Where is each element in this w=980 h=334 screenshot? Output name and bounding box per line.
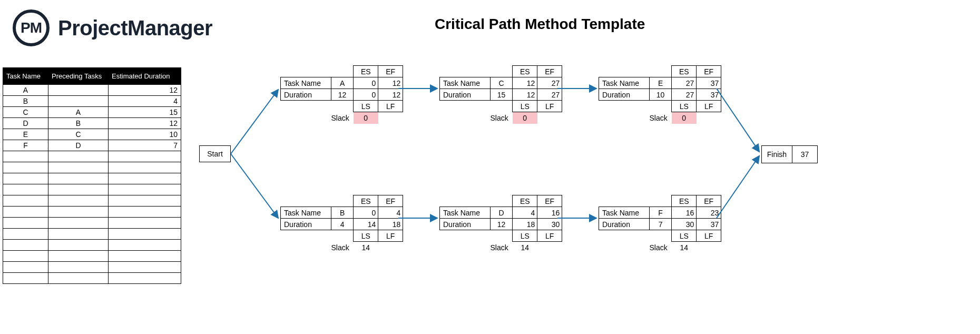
- ef-value: 4: [378, 207, 403, 219]
- slack-value: 14: [672, 242, 697, 253]
- ls-header: LS: [354, 230, 378, 242]
- ls-value: 0: [354, 89, 378, 101]
- table-row: [3, 162, 181, 173]
- es-header: ES: [513, 195, 537, 207]
- ef-value: 16: [537, 207, 562, 219]
- col-preceding: Preceding Tasks: [48, 68, 109, 85]
- table-row: [3, 195, 181, 207]
- es-header: ES: [513, 66, 537, 77]
- ls-header: LS: [672, 230, 697, 242]
- ef-header: EF: [697, 195, 721, 207]
- task-id: B: [331, 207, 354, 219]
- ef-header: EF: [378, 66, 403, 77]
- finish-label: Finish: [762, 146, 792, 163]
- page-title: Critical Path Method Template: [435, 16, 645, 33]
- table-row: FD7: [3, 140, 181, 151]
- table-row: [3, 251, 181, 262]
- lf-header: LF: [537, 230, 562, 242]
- svg-line-7: [717, 89, 759, 152]
- lf-value: 27: [537, 89, 562, 101]
- task-id: D: [491, 207, 513, 219]
- table-row: A12: [3, 85, 181, 96]
- es-value: 0: [354, 77, 378, 89]
- duration-value: 4: [331, 219, 354, 230]
- task-id: C: [491, 77, 513, 89]
- brand-name: ProjectManager: [58, 16, 212, 40]
- lf-header: LF: [378, 101, 403, 112]
- lf-value: 37: [697, 219, 721, 230]
- duration-value: 10: [650, 89, 672, 101]
- ls-header: LS: [672, 101, 697, 112]
- es-value: 16: [672, 207, 697, 219]
- ef-value: 37: [697, 77, 721, 89]
- start-node: Start: [199, 145, 231, 162]
- lf-header: LF: [697, 101, 721, 112]
- slack-label: Slack: [650, 112, 672, 124]
- lf-value: 12: [378, 89, 403, 101]
- slack-label: Slack: [331, 112, 354, 124]
- ef-value: 12: [378, 77, 403, 89]
- table-row: CA15: [3, 107, 181, 118]
- ef-value: 27: [537, 77, 562, 89]
- table-row: [3, 207, 181, 218]
- ef-header: EF: [537, 195, 562, 207]
- task-name-label: Task Name: [440, 207, 491, 219]
- slack-value: 14: [354, 242, 378, 253]
- lf-value: 18: [378, 219, 403, 230]
- task-id: E: [650, 77, 672, 89]
- ls-header: LS: [354, 101, 378, 112]
- task-name-label: Task Name: [599, 77, 650, 89]
- duration-label: Duration: [599, 89, 650, 101]
- lf-header: LF: [378, 230, 403, 242]
- slack-label: Slack: [491, 242, 513, 253]
- duration-label: Duration: [281, 89, 331, 101]
- slack-label: Slack: [650, 242, 672, 253]
- ls-header: LS: [513, 101, 537, 112]
- table-row: EC10: [3, 129, 181, 140]
- table-row: [3, 240, 181, 251]
- table-row: [3, 173, 181, 184]
- slack-value: 0: [672, 112, 697, 124]
- ef-value: 23: [697, 207, 721, 219]
- table-row: [3, 262, 181, 273]
- ls-value: 18: [513, 219, 537, 230]
- col-duration: Estimated Duration: [109, 68, 181, 85]
- slack-value: 0: [354, 112, 378, 124]
- ls-value: 27: [672, 89, 697, 101]
- lf-value: 30: [537, 219, 562, 230]
- slack-label: Slack: [331, 242, 354, 253]
- duration-label: Duration: [281, 219, 331, 230]
- slack-value: 14: [513, 242, 537, 253]
- table-row: DB12: [3, 118, 181, 129]
- ls-value: 14: [354, 219, 378, 230]
- duration-value: 7: [650, 219, 672, 230]
- es-header: ES: [354, 195, 378, 207]
- slack-value: 0: [513, 112, 537, 124]
- task-name-label: Task Name: [599, 207, 650, 219]
- es-header: ES: [672, 66, 697, 77]
- task-node-b: ES EF Task Name B 0 4 Duration 4 14 18 L…: [280, 195, 403, 253]
- svg-line-8: [717, 156, 759, 218]
- ef-header: EF: [537, 66, 562, 77]
- lf-value: 37: [697, 89, 721, 101]
- lf-header: LF: [697, 230, 721, 242]
- es-value: 4: [513, 207, 537, 219]
- col-task-name: Task Name: [3, 68, 48, 85]
- task-node-c: ES EF Task Name C 12 27 Duration 15 12 2…: [439, 65, 562, 124]
- ls-value: 12: [513, 89, 537, 101]
- finish-value: 37: [792, 146, 817, 163]
- table-row: [3, 218, 181, 229]
- table-row: [3, 273, 181, 284]
- duration-label: Duration: [440, 219, 491, 230]
- lf-header: LF: [537, 101, 562, 112]
- task-name-label: Task Name: [281, 77, 331, 89]
- task-node-f: ES EF Task Name F 16 23 Duration 7 30 37…: [599, 195, 721, 253]
- ls-value: 30: [672, 219, 697, 230]
- ef-header: EF: [378, 195, 403, 207]
- task-node-a: ES EF Task Name A 0 12 Duration 12 0 12 …: [280, 65, 403, 124]
- duration-value: 15: [491, 89, 513, 101]
- task-id: A: [331, 77, 354, 89]
- ls-header: LS: [513, 230, 537, 242]
- svg-line-1: [231, 90, 278, 154]
- ef-header: EF: [697, 66, 721, 77]
